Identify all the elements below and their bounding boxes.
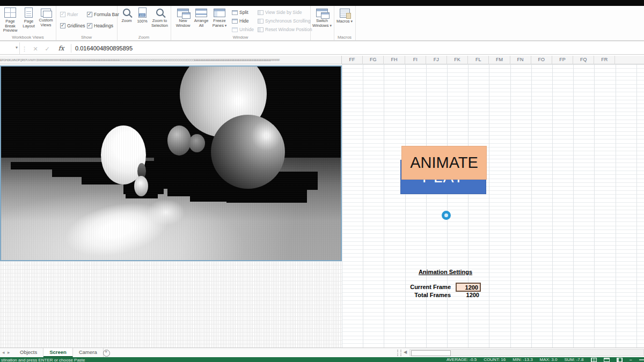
worksheet-grid[interactable]: PLAY ANIMATE Animation Settings Current … bbox=[0, 64, 644, 348]
animate-button[interactable]: ANIMATE bbox=[401, 146, 487, 180]
freeze-panes-button[interactable]: Freeze Panes bbox=[210, 8, 229, 28]
current-frame-cell[interactable]: 1200 bbox=[456, 283, 481, 292]
column-header[interactable]: FR bbox=[594, 56, 615, 64]
view-side-by-side-button: View Side by Side bbox=[258, 10, 302, 15]
gridlines-checkbox[interactable]: Gridlines bbox=[60, 23, 85, 28]
button-label: Split bbox=[239, 10, 248, 15]
column-header[interactable]: FK bbox=[447, 56, 468, 64]
checkbox-label: Headings bbox=[94, 23, 113, 28]
zoom-100-button[interactable]: 100% bbox=[135, 8, 150, 24]
formula-bar-checkbox[interactable]: Formula Bar bbox=[87, 12, 119, 17]
page-layout-view-icon[interactable] bbox=[604, 358, 610, 362]
page-break-preview-button[interactable]: Page Break Preview bbox=[1, 8, 20, 33]
page-layout-icon bbox=[25, 8, 33, 18]
new-sheet-button[interactable] bbox=[103, 350, 110, 357]
animate-button-label: ANIMATE bbox=[410, 154, 478, 172]
group-zoom: Zoom 100% Zoom to Selection Zoom bbox=[117, 6, 171, 40]
status-count: COUNT: 16 bbox=[484, 357, 506, 362]
group-label: Show bbox=[56, 35, 117, 40]
group-window: New Window Arrange All Freeze Panes Spli… bbox=[171, 6, 311, 40]
zoom-out-icon[interactable]: − bbox=[630, 357, 632, 362]
column-header[interactable]: FJ bbox=[426, 56, 447, 64]
pixelation-overlay bbox=[1, 67, 341, 260]
cells-below-render[interactable] bbox=[0, 261, 342, 348]
column-header[interactable]: FP bbox=[552, 56, 573, 64]
custom-views-button[interactable]: Custom Views bbox=[37, 8, 55, 27]
status-right-cluster: AVERAGE: -0.5 COUNT: 16 MIN: -13.3 MAX: … bbox=[447, 357, 644, 362]
button-label: Macros bbox=[336, 19, 353, 24]
page-break-view-icon[interactable] bbox=[617, 358, 623, 362]
horizontal-scrollbar-thumb[interactable] bbox=[411, 350, 451, 356]
switch-windows-icon bbox=[316, 9, 328, 17]
new-window-button[interactable]: New Window bbox=[174, 8, 192, 28]
column-header[interactable]: FL bbox=[468, 56, 489, 64]
zoom-button[interactable]: Zoom bbox=[119, 8, 135, 24]
checkbox-icon bbox=[60, 23, 65, 28]
column-header[interactable]: FG bbox=[363, 56, 384, 64]
button-label: Page Break Preview bbox=[1, 19, 20, 33]
checkbox-icon bbox=[87, 12, 92, 17]
cells-right[interactable] bbox=[342, 64, 644, 348]
selection-ring-cursor bbox=[442, 211, 451, 220]
excel-window: Page Break Preview Page Layout Custom Vi… bbox=[0, 0, 644, 362]
checkbox-label: Formula Bar bbox=[94, 12, 119, 17]
raytraced-render-selection[interactable] bbox=[0, 65, 342, 261]
group-show: Ruler Gridlines Formula Bar Headings Sho… bbox=[56, 6, 118, 40]
column-header[interactable]: FM bbox=[489, 56, 510, 64]
zoom-to-selection-button[interactable]: Zoom to Selection bbox=[150, 8, 169, 28]
split-button[interactable]: Split bbox=[232, 10, 248, 15]
column-header[interactable]: FQ bbox=[573, 56, 594, 64]
tab-scrollbar-splitter[interactable] bbox=[397, 350, 401, 356]
checkbox-label: Gridlines bbox=[67, 23, 85, 28]
total-frames-cell[interactable]: 1200 bbox=[456, 291, 481, 299]
hide-button[interactable]: Hide bbox=[232, 18, 248, 24]
unhide-button: Unhide bbox=[232, 27, 254, 32]
status-max: MAX: 3.0 bbox=[540, 357, 558, 362]
page-layout-button[interactable]: Page Layout bbox=[20, 8, 37, 28]
formula-bar-divider bbox=[71, 44, 71, 53]
status-min: MIN: -13.3 bbox=[513, 357, 532, 362]
sheet-tabs: Objects Screen Camera bbox=[14, 348, 104, 357]
button-label: Unhide bbox=[239, 27, 254, 32]
zoom-slider[interactable] bbox=[639, 359, 644, 360]
hscroll-left-icon[interactable]: ◀ bbox=[404, 350, 407, 354]
button-label: View Side by Side bbox=[265, 10, 302, 15]
column-header[interactable]: FH bbox=[384, 56, 405, 64]
headings-checkbox[interactable]: Headings bbox=[87, 23, 113, 28]
button-label: Freeze Panes bbox=[210, 19, 229, 28]
column-header[interactable]: FN bbox=[510, 56, 531, 64]
ruler-checkbox: Ruler bbox=[60, 12, 78, 17]
name-box[interactable] bbox=[0, 42, 20, 54]
new-window-icon bbox=[177, 9, 189, 17]
horizontal-scrollbar[interactable] bbox=[409, 349, 644, 356]
formula-bar-input[interactable]: 0.0164004890895895 bbox=[75, 42, 133, 54]
total-frames-label: Total Frames bbox=[397, 292, 451, 298]
tab-scroll-right-icon[interactable]: ▸ bbox=[8, 350, 10, 355]
column-header[interactable]: FO bbox=[531, 56, 552, 64]
cancel-icon bbox=[30, 42, 41, 54]
column-header[interactable]: FI bbox=[405, 56, 426, 64]
sheet-tab-camera[interactable]: Camera bbox=[73, 348, 104, 357]
titlebar-strip bbox=[0, 0, 644, 6]
group-label: Workbook Views bbox=[0, 35, 56, 40]
custom-views-icon bbox=[41, 9, 51, 17]
animation-settings-title: Animation Settings bbox=[412, 269, 479, 275]
sheet-tab-objects[interactable]: Objects bbox=[14, 348, 43, 357]
tab-scroll-left-icon[interactable]: ◂ bbox=[2, 350, 5, 355]
normal-view-icon[interactable] bbox=[591, 358, 597, 362]
button-label: Switch Windows bbox=[312, 19, 332, 28]
insert-function-button[interactable]: fx bbox=[55, 42, 68, 54]
freeze-panes-icon bbox=[214, 9, 225, 17]
namebox-splitter bbox=[21, 42, 27, 54]
arrange-all-button[interactable]: Arrange All bbox=[192, 8, 210, 28]
group-label: Zoom bbox=[117, 35, 171, 40]
button-label: Zoom to Selection bbox=[150, 19, 169, 28]
button-label: Zoom bbox=[121, 19, 131, 24]
column-headers: FF FG FH FI FJ FK FL FM FN FO FP FQ FR bbox=[342, 56, 644, 64]
switch-windows-button[interactable]: Switch Windows bbox=[312, 8, 332, 28]
macros-button[interactable]: Macros bbox=[335, 8, 354, 24]
checkbox-icon bbox=[60, 12, 65, 17]
ribbon-view-tab: Page Break Preview Page Layout Custom Vi… bbox=[0, 6, 644, 41]
column-header[interactable]: FF bbox=[342, 56, 363, 64]
sheet-tab-screen[interactable]: Screen bbox=[43, 348, 73, 357]
